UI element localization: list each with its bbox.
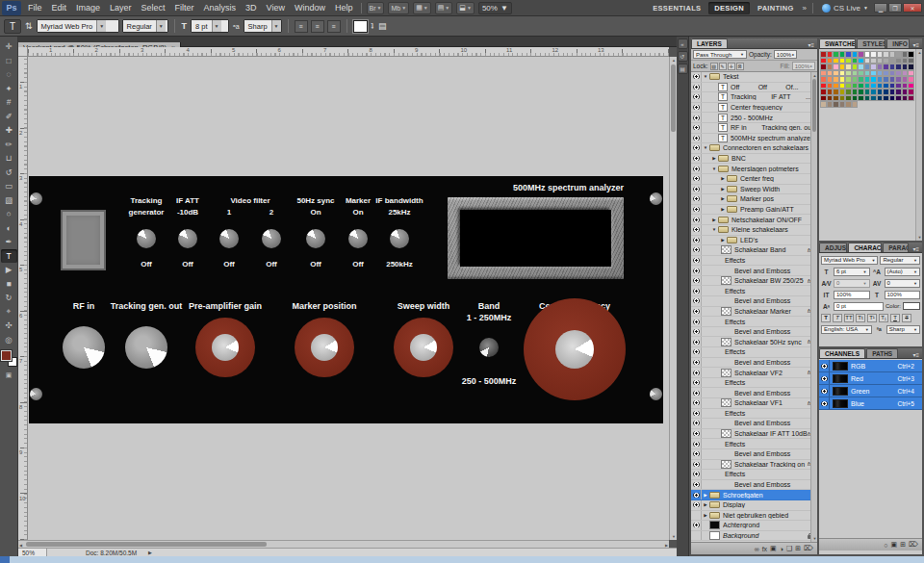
restore-button[interactable]: ❐ bbox=[888, 3, 902, 13]
font-style-select[interactable]: Regular▼ bbox=[122, 19, 168, 33]
visibility-toggle[interactable] bbox=[691, 276, 702, 286]
blend-mode-select[interactable]: Pass Through▼ bbox=[693, 50, 747, 59]
layer-row[interactable]: TOff Off Of... bbox=[691, 83, 817, 93]
history-brush-tool[interactable]: ↺ bbox=[1, 166, 17, 180]
clone-stamp-tool[interactable]: ⊔ bbox=[1, 151, 17, 166]
layer-row[interactable]: ▶Schroefgaten bbox=[691, 490, 817, 500]
char-font-family-select[interactable]: Myriad Web Pro▼ bbox=[821, 256, 878, 265]
visibility-toggle[interactable] bbox=[691, 143, 702, 153]
char-color-swatch[interactable] bbox=[903, 302, 920, 310]
layer-row[interactable]: Schakelaar IF ATT 10dBfx▴ bbox=[691, 429, 817, 440]
layer-row[interactable]: Achtergrond bbox=[691, 521, 817, 531]
channel-row[interactable]: BlueCtrl+5 bbox=[819, 397, 922, 410]
type-tool[interactable]: T bbox=[1, 249, 17, 264]
visibility-toggle[interactable] bbox=[691, 215, 702, 224]
visibility-toggle[interactable] bbox=[691, 500, 702, 510]
menu-filter[interactable]: Filter bbox=[170, 0, 199, 16]
swatch[interactable] bbox=[852, 101, 859, 108]
visibility-toggle[interactable] bbox=[691, 83, 702, 92]
lock-position-icon[interactable]: ✛ bbox=[728, 63, 735, 70]
add-layer-mask-icon[interactable]: ▣ bbox=[770, 545, 777, 552]
visibility-toggle[interactable] bbox=[691, 296, 702, 306]
ps-logo-icon[interactable]: Ps bbox=[2, 1, 21, 15]
spot-healing-brush-tool[interactable]: ✚ bbox=[1, 123, 17, 138]
launch-mini-bridge-icon[interactable]: Mb▼ bbox=[388, 2, 409, 14]
panel-menu-icon[interactable]: ▾≡ bbox=[910, 245, 922, 252]
layer-row[interactable]: Schakelaar 50Hz syncfx▴ bbox=[691, 337, 817, 347]
channel-row[interactable]: RedCtrl+3 bbox=[819, 372, 922, 385]
channel-row[interactable]: RGBCtrl+2 bbox=[819, 360, 922, 372]
tab-styles[interactable]: STYLES bbox=[857, 38, 886, 48]
pen-tool[interactable]: ✒ bbox=[1, 235, 17, 249]
lock-pixels-icon[interactable]: ✎ bbox=[719, 63, 727, 70]
visibility-toggle[interactable] bbox=[691, 205, 702, 215]
visibility-toggle[interactable] bbox=[691, 490, 702, 499]
visibility-toggle[interactable] bbox=[691, 194, 702, 204]
layer-row[interactable]: ▼Meerslagen potmeters bbox=[691, 164, 817, 174]
expand-arrow-icon[interactable]: ▶ bbox=[702, 493, 709, 498]
workspace-tab-essentials[interactable]: ESSENTIALS bbox=[647, 2, 706, 14]
warp-text-icon[interactable]: ʇ bbox=[371, 21, 375, 31]
scrollbar-thumb[interactable] bbox=[26, 542, 267, 547]
launch-bridge-icon[interactable]: Br▼ bbox=[367, 2, 385, 14]
style-button-5[interactable]: T₁ bbox=[879, 314, 888, 322]
visibility-toggle[interactable] bbox=[691, 225, 702, 235]
visibility-toggle[interactable] bbox=[691, 266, 702, 275]
layer-row[interactable]: ▶Display bbox=[691, 500, 817, 511]
layer-row[interactable]: Schakelaar VF2fx▴ bbox=[691, 368, 817, 378]
vertical-scrollbar[interactable]: ▲ ▼ bbox=[669, 57, 677, 540]
visibility-toggle[interactable] bbox=[691, 347, 702, 357]
visibility-toggle[interactable] bbox=[691, 449, 702, 459]
menu-file[interactable]: File bbox=[23, 0, 47, 16]
visibility-toggle[interactable] bbox=[691, 470, 702, 479]
layer-row[interactable]: Schakelaar VF1fx▴ bbox=[691, 398, 817, 409]
menu-image[interactable]: Image bbox=[71, 0, 105, 16]
layer-effect-item-row[interactable]: Bevel and Emboss bbox=[691, 388, 817, 398]
link-layers-icon[interactable]: ∞ bbox=[755, 546, 759, 552]
visibility-toggle[interactable] bbox=[691, 521, 702, 530]
new-group-icon[interactable]: ❑ bbox=[786, 545, 792, 552]
visibility-toggle[interactable] bbox=[691, 429, 702, 439]
toggle-panels-icon[interactable]: ▤ bbox=[377, 21, 388, 31]
quick-mask-icon[interactable]: ▣ bbox=[6, 371, 13, 379]
delete-layer-icon[interactable]: ⌦ bbox=[804, 545, 813, 552]
visibility-toggle[interactable] bbox=[819, 397, 830, 409]
brush-tool[interactable]: ✏ bbox=[1, 138, 17, 152]
type-tool-preset[interactable]: T bbox=[4, 19, 21, 34]
screen-mode-icon[interactable]: ⬓▼ bbox=[456, 2, 475, 14]
visibility-toggle[interactable] bbox=[819, 360, 830, 371]
menu-edit[interactable]: Edit bbox=[47, 0, 72, 16]
layer-style-icon[interactable]: fx bbox=[762, 546, 767, 552]
visibility-toggle[interactable] bbox=[691, 92, 702, 102]
visibility-toggle[interactable] bbox=[691, 134, 702, 143]
tab-swatches[interactable]: SWATCHES bbox=[819, 38, 856, 48]
rectangular-marquee-tool[interactable]: □ bbox=[1, 54, 17, 68]
foreground-color-swatch[interactable] bbox=[1, 350, 12, 361]
3d-rotate-tool[interactable]: ↻ bbox=[1, 291, 17, 305]
workspace-overflow-button[interactable]: » bbox=[800, 4, 809, 13]
tab-info[interactable]: INFO bbox=[886, 38, 909, 48]
expand-arrow-icon[interactable]: ▶ bbox=[719, 207, 727, 212]
visibility-toggle[interactable] bbox=[691, 154, 702, 164]
char-size-select[interactable]: 6 pt▼ bbox=[834, 268, 870, 276]
layer-row[interactable]: Schakelaar BW 250/25fx▴ bbox=[691, 276, 817, 287]
style-button-4[interactable]: T¹ bbox=[867, 314, 877, 322]
layer-row[interactable]: Schakelaar Markerfx▴ bbox=[691, 307, 817, 318]
workspace-tab-design[interactable]: DESIGN bbox=[708, 2, 750, 14]
move-tool[interactable]: ✛ bbox=[1, 39, 17, 54]
visibility-toggle[interactable] bbox=[691, 460, 702, 470]
align-right-icon[interactable]: ≡ bbox=[327, 20, 341, 33]
lasso-tool[interactable]: ◌ bbox=[1, 67, 17, 82]
font-size-select[interactable]: 8 pt▼ bbox=[191, 19, 229, 33]
style-button-1[interactable]: T bbox=[833, 314, 842, 322]
char-anti-alias-select[interactable]: Sharp▼ bbox=[886, 325, 920, 334]
view-extras-icon[interactable]: ▦▼ bbox=[413, 2, 431, 14]
visibility-toggle[interactable] bbox=[691, 327, 702, 337]
visibility-toggle[interactable] bbox=[691, 531, 702, 541]
layer-row[interactable]: ▶Preamp Gain/ATT bbox=[691, 205, 817, 216]
tab-layers[interactable]: LAYERS bbox=[691, 38, 728, 48]
layer-row[interactable]: Background bbox=[691, 531, 817, 542]
style-button-6[interactable]: T bbox=[890, 314, 900, 322]
visibility-toggle[interactable] bbox=[691, 358, 702, 368]
eraser-tool[interactable]: ▭ bbox=[1, 179, 17, 193]
